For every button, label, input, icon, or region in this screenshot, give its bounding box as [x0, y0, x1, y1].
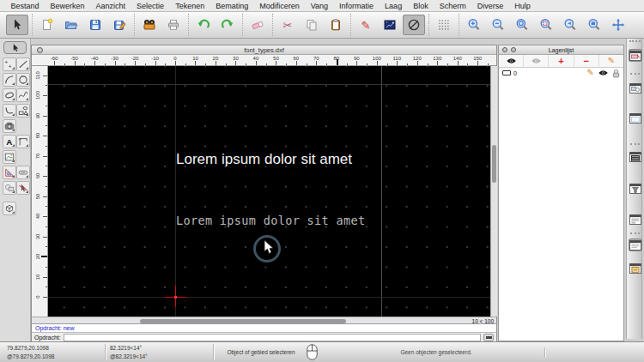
menu-laag[interactable]: Laag: [380, 0, 408, 12]
zoom-window-button[interactable]: [535, 15, 557, 35]
command-options-button[interactable]: [483, 334, 494, 341]
menu-diverse[interactable]: Diverse: [471, 0, 509, 12]
box-3d-tool-button[interactable]: [3, 202, 16, 215]
redo-button[interactable]: [216, 15, 239, 35]
menu-hulp[interactable]: Hulp: [509, 0, 537, 12]
detail-list-window-toggle[interactable]: [629, 213, 642, 226]
no-snap-icon: [407, 18, 421, 32]
zoom-selection-button[interactable]: [583, 15, 605, 35]
shapes-tool-button[interactable]: [16, 104, 30, 118]
copy-style-window-toggle[interactable]: [629, 81, 642, 94]
camera-tool-button[interactable]: [3, 119, 16, 133]
zoom-extents-button[interactable]: [511, 15, 533, 35]
layer-row[interactable]: 0 ✎: [499, 68, 623, 78]
status-bar: 79.8279,20.1098 @79.8279,20.1098 82.3219…: [0, 341, 644, 362]
eraser-button[interactable]: [246, 15, 269, 35]
layer-list-window-toggle[interactable]: [629, 49, 642, 62]
zoom-out-button[interactable]: [487, 15, 509, 35]
ruler-label: 10: [34, 272, 41, 282]
layers-title-bar[interactable]: Lagenlijst: [499, 45, 623, 55]
layer-lock-icon[interactable]: [612, 69, 620, 78]
command-input[interactable]: [64, 334, 481, 341]
save-as-button[interactable]: [108, 15, 131, 35]
filter-window-toggle[interactable]: [629, 182, 642, 195]
canvas-text-sans[interactable]: Lorem ipsum dolor sit amet: [176, 151, 352, 168]
select-cursor-icon: [10, 43, 21, 53]
dimension-bar-tool-button[interactable]: [16, 166, 30, 179]
eye-visible-button[interactable]: [499, 55, 523, 67]
eraser-icon: [251, 18, 264, 32]
vertical-scrollbar[interactable]: [490, 66, 497, 317]
grid-toggle-button[interactable]: [433, 15, 455, 35]
text-tool-button[interactable]: A: [3, 135, 16, 148]
horizontal-scrollbar[interactable]: 10 < 100: [32, 317, 496, 323]
points-tool-button[interactable]: ++: [3, 57, 16, 71]
text-window-toggle[interactable]: [629, 238, 642, 251]
select-cursor-button[interactable]: [6, 15, 28, 35]
edit-layer-button[interactable]: ✎: [598, 55, 623, 67]
preview-dark-button[interactable]: [379, 15, 401, 35]
copy-attributes-tool-button[interactable]: [3, 181, 16, 195]
menu-bewerken[interactable]: Bewerken: [45, 0, 90, 12]
paste-button[interactable]: [325, 15, 347, 35]
image-window-toggle[interactable]: [629, 262, 642, 275]
ruler-label: 30: [34, 232, 41, 242]
horizontal-scrollbar-thumb[interactable]: [140, 319, 346, 323]
menu-bestand[interactable]: Bestand: [5, 0, 45, 12]
layer-swatch[interactable]: [502, 70, 511, 75]
circle-icon: [18, 75, 28, 85]
cut-button[interactable]: ✂: [276, 15, 299, 35]
copy-button[interactable]: [301, 15, 323, 35]
no-snap-button[interactable]: [403, 15, 425, 35]
select-tool-button[interactable]: [3, 41, 27, 54]
open-file-button[interactable]: [60, 15, 82, 35]
freehand-curve-tool-button[interactable]: [3, 104, 16, 118]
pan-icon: [611, 18, 625, 32]
dark-list-window-toggle[interactable]: [629, 150, 642, 163]
new-document-button[interactable]: [36, 15, 58, 35]
command-history: Opdracht: new: [32, 323, 496, 332]
canvas-text-cad-font[interactable]: Lorem ipsum dolor sit amet: [176, 214, 365, 227]
eye-hidden-button[interactable]: [523, 55, 548, 67]
add-layer-button[interactable]: +: [548, 55, 573, 67]
zoom-in-button[interactable]: [463, 15, 485, 35]
page-setup-button[interactable]: [162, 15, 185, 35]
dimension-tool-button[interactable]: [16, 135, 30, 148]
circle-tool-button[interactable]: [16, 73, 30, 87]
ellipse-tool-button[interactable]: [3, 88, 16, 102]
copy-icon: [305, 18, 319, 32]
ellipse-icon: [4, 90, 15, 100]
layer-edit-icon[interactable]: ✎: [587, 69, 594, 77]
menu-scherm[interactable]: Scherm: [434, 0, 471, 12]
menu-vang[interactable]: Vang: [305, 0, 333, 12]
svg-text:+: +: [4, 59, 8, 65]
plot-print-button[interactable]: [138, 15, 161, 35]
menu-aanzicht[interactable]: Aanzicht: [90, 0, 131, 12]
image-tool-button[interactable]: [3, 150, 16, 164]
zoom-previous-button[interactable]: [559, 15, 581, 35]
save-icon: [88, 18, 102, 32]
set-square-tool-button[interactable]: [3, 166, 16, 179]
menu-modificeren[interactable]: Modificeren: [254, 0, 306, 12]
pan-button[interactable]: [607, 15, 629, 35]
drawing-canvas[interactable]: Lorem ipsum dolor sit amet Lorem ipsum d…: [48, 66, 490, 317]
blank-window-toggle[interactable]: [629, 112, 642, 124]
annotate-pencil-icon: ✎: [361, 20, 371, 31]
menu-bemating[interactable]: Bemating: [210, 0, 254, 12]
menu-selectie[interactable]: Selectie: [131, 0, 170, 12]
vertical-scrollbar-thumb[interactable]: [492, 145, 496, 183]
redline-select-tool-button[interactable]: [16, 181, 30, 195]
arc-tool-button[interactable]: [3, 73, 16, 87]
menu-informatie[interactable]: Informatie: [334, 0, 380, 12]
remove-layer-button[interactable]: −: [574, 55, 598, 67]
menu-tekenen[interactable]: Tekenen: [170, 0, 210, 12]
line-tool-button[interactable]: [16, 57, 30, 71]
spline-tool-button[interactable]: [16, 88, 30, 102]
ruler-cursor-marker: [41, 256, 47, 257]
undo-button[interactable]: [192, 15, 215, 35]
save-button[interactable]: [84, 15, 106, 35]
document-title-bar[interactable]: font_types.dxf: [32, 45, 496, 55]
annotate-pencil-button[interactable]: ✎: [355, 15, 377, 35]
menu-blok[interactable]: Blok: [408, 0, 434, 12]
layer-visibility-icon[interactable]: [598, 69, 609, 76]
